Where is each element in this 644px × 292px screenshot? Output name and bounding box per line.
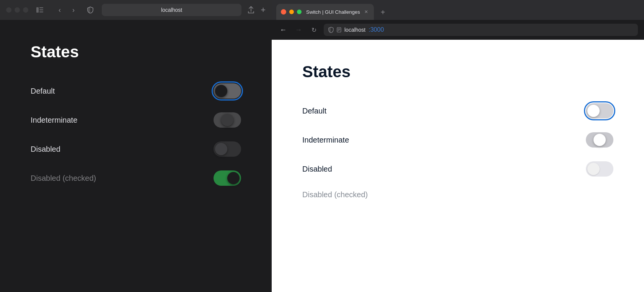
switch-row-default-light: Default — [302, 96, 613, 125]
address-text-left: localhost — [161, 7, 182, 13]
switch-label-disabled-light: Disabled — [302, 165, 332, 174]
switch-label-indeterminate-dark: Indeterminate — [31, 116, 77, 125]
forward-button[interactable]: › — [68, 5, 79, 15]
toggle-default-dark[interactable] — [214, 83, 241, 99]
toggle-disabled-checked-dark[interactable] — [214, 170, 241, 186]
traffic-light-close[interactable] — [6, 7, 11, 13]
svg-rect-2 — [39, 10, 43, 11]
tab-close-button[interactable]: ✕ — [363, 9, 369, 15]
switch-label-indeterminate-light: Indeterminate — [302, 136, 349, 144]
active-tab[interactable]: Switch | GUI Challenges ✕ — [276, 4, 374, 20]
address-host: localhost — [344, 27, 365, 33]
switch-row-disabled-checked-dark: Disabled (checked) — [31, 164, 241, 193]
switch-row-indeterminate-light: Indeterminate — [302, 125, 613, 154]
svg-rect-1 — [39, 7, 43, 8]
toggle-knob-indeterminate-light — [593, 134, 606, 146]
switch-label-disabled-checked-light: Disabled (checked) — [302, 190, 368, 199]
forward-button-right: → — [293, 24, 304, 35]
switch-label-disabled-checked-dark: Disabled (checked) — [31, 174, 96, 183]
address-bar-left[interactable]: localhost — [102, 4, 241, 16]
nav-buttons: ‹ › — [54, 5, 79, 15]
tab-favicon-green — [297, 10, 302, 14]
sidebar-toggle-icon[interactable] — [34, 5, 45, 15]
browser-chrome-top: ‹ › localhost + — [0, 0, 272, 20]
switch-row-disabled-dark: Disabled — [31, 135, 241, 164]
left-browser-window: ‹ › localhost + States Default — [0, 0, 272, 292]
back-button[interactable]: ‹ — [54, 5, 65, 15]
address-shield-icon — [328, 27, 334, 33]
new-tab-icon[interactable]: + — [261, 5, 266, 15]
traffic-lights — [6, 7, 28, 13]
toggle-knob-disabled-dark — [215, 143, 227, 155]
toggle-knob-disabled-checked-dark — [227, 172, 240, 184]
nav-bar-right: ← → ↻ localhost :3000 — [272, 20, 644, 40]
browser-popup: Switch | GUI Challenges ✕ + ← → ↻ — [272, 0, 644, 292]
toggle-disabled-dark[interactable] — [214, 141, 241, 157]
tab-favicon-orange — [289, 10, 294, 14]
toggle-knob-default-dark — [215, 85, 227, 97]
tab-favicon — [281, 9, 286, 15]
toggle-indeterminate-dark[interactable] — [214, 112, 241, 128]
toggle-knob-disabled-light — [587, 163, 600, 175]
switch-row-default-dark: Default — [31, 76, 241, 105]
toggle-knob-indeterminate-dark — [221, 114, 233, 126]
toggle-knob-default-light — [587, 105, 600, 117]
switch-label-disabled-dark: Disabled — [31, 145, 60, 154]
toggle-indeterminate-light[interactable] — [586, 132, 613, 148]
new-tab-button[interactable]: + — [377, 6, 389, 18]
switch-row-disabled-light: Disabled — [302, 154, 613, 183]
address-port: :3000 — [368, 26, 384, 33]
address-bar-right[interactable]: localhost :3000 — [324, 24, 638, 36]
section-title-light: States — [302, 63, 613, 81]
traffic-light-minimize[interactable] — [15, 7, 20, 13]
toggle-disabled-light — [586, 161, 613, 177]
tab-title: Switch | GUI Challenges — [306, 9, 360, 15]
address-doc-icon — [337, 27, 341, 32]
share-icon[interactable] — [248, 6, 254, 14]
page-content-right: States Default Indeterminate Disabled Di… — [272, 40, 644, 292]
shield-icon — [85, 5, 96, 15]
switch-row-indeterminate-dark: Indeterminate — [31, 105, 241, 135]
svg-rect-3 — [39, 11, 43, 13]
svg-rect-0 — [36, 7, 39, 13]
tab-bar: Switch | GUI Challenges ✕ + — [272, 0, 644, 20]
refresh-button-right[interactable]: ↻ — [308, 24, 319, 35]
switch-label-default-dark: Default — [31, 87, 55, 96]
toggle-default-light[interactable] — [586, 103, 613, 118]
back-button-right[interactable]: ← — [278, 24, 289, 35]
browser-actions: + — [248, 5, 266, 15]
switch-row-disabled-checked-light: Disabled (checked) — [302, 183, 613, 206]
traffic-light-maximize[interactable] — [23, 7, 28, 13]
section-title-dark: States — [31, 43, 241, 61]
switch-label-default-light: Default — [302, 107, 326, 115]
left-page-content: States Default Indeterminate Disabled Di… — [0, 20, 272, 292]
